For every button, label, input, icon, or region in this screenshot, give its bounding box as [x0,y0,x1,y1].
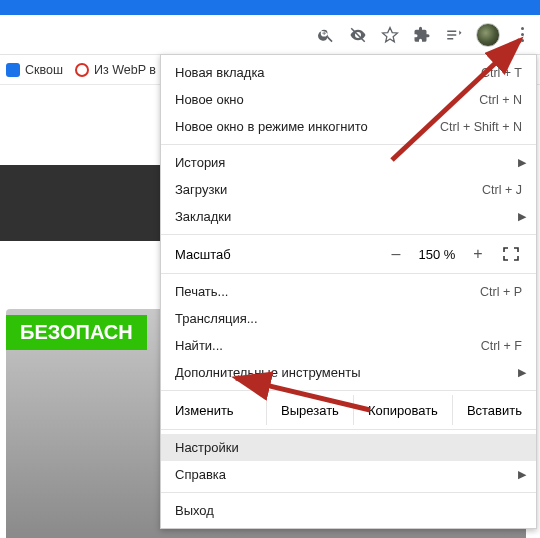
menu-divider [161,234,536,235]
zoom-in-button[interactable]: + [464,245,492,263]
menu-shortcut: Ctrl + P [480,285,522,299]
zoom-value: 150 % [410,247,464,262]
bookmark-favicon [75,63,89,77]
menu-shortcut: Ctrl + J [482,183,522,197]
menu-label: Масштаб [175,247,382,262]
menu-more-tools[interactable]: Дополнительные инструменты ▶ [161,359,536,386]
menu-zoom: Масштаб – 150 % + [161,239,536,269]
extensions-icon[interactable] [412,25,432,45]
menu-label: Найти... [175,338,481,353]
menu-label: Печать... [175,284,480,299]
bookmark-item-webp[interactable]: Из WebP в [75,63,156,77]
star-icon[interactable] [380,25,400,45]
page-dark-block [0,165,175,241]
submenu-arrow-icon: ▶ [518,210,526,223]
edit-paste-button[interactable]: Вставить [452,395,536,425]
menu-label: Закладки [175,209,522,224]
menu-help[interactable]: Справка ▶ [161,461,536,488]
submenu-arrow-icon: ▶ [518,366,526,379]
menu-new-window[interactable]: Новое окно Ctrl + N [161,86,536,113]
window-titlebar [0,0,540,15]
submenu-arrow-icon: ▶ [518,156,526,169]
menu-divider [161,390,536,391]
menu-find[interactable]: Найти... Ctrl + F [161,332,536,359]
menu-label: История [175,155,522,170]
edit-copy-button[interactable]: Копировать [353,395,452,425]
menu-divider [161,144,536,145]
fullscreen-icon[interactable] [500,246,522,262]
zoom-out-button[interactable]: – [382,245,410,263]
menu-bookmarks[interactable]: Закладки ▶ [161,203,536,230]
menu-label: Настройки [175,440,522,455]
menu-cast[interactable]: Трансляция... [161,305,536,332]
menu-exit[interactable]: Выход [161,497,536,524]
eye-off-icon[interactable] [348,25,368,45]
bookmark-label: Из WebP в [94,63,156,77]
reading-list-icon[interactable] [444,25,464,45]
menu-label: Справка [175,467,522,482]
submenu-arrow-icon: ▶ [518,468,526,481]
menu-incognito[interactable]: Новое окно в режиме инкогнито Ctrl + Shi… [161,113,536,140]
menu-label: Новое окно [175,92,479,107]
security-badge: БЕЗОПАСН [6,315,147,350]
menu-shortcut: Ctrl + Shift + N [440,120,522,134]
menu-label: Изменить [175,403,266,418]
menu-edit-row: Изменить Вырезать Копировать Вставить [161,395,536,425]
menu-label: Дополнительные инструменты [175,365,522,380]
menu-label: Трансляция... [175,311,522,326]
edit-cut-button[interactable]: Вырезать [266,395,353,425]
menu-shortcut: Ctrl + F [481,339,522,353]
zoom-indicator-icon[interactable] [316,25,336,45]
browser-toolbar [0,15,540,55]
menu-shortcut: Ctrl + N [479,93,522,107]
menu-label: Новое окно в режиме инкогнито [175,119,440,134]
menu-label: Выход [175,503,522,518]
bookmark-label: Сквош [25,63,63,77]
bookmark-item-squash[interactable]: Сквош [6,63,63,77]
profile-avatar[interactable] [476,23,500,47]
menu-divider [161,429,536,430]
kebab-menu-icon[interactable] [512,25,532,45]
menu-divider [161,492,536,493]
menu-label: Загрузки [175,182,482,197]
menu-history[interactable]: История ▶ [161,149,536,176]
menu-new-tab[interactable]: Новая вкладка Ctrl + T [161,59,536,86]
menu-settings[interactable]: Настройки [161,434,536,461]
menu-print[interactable]: Печать... Ctrl + P [161,278,536,305]
menu-downloads[interactable]: Загрузки Ctrl + J [161,176,536,203]
bookmark-favicon [6,63,20,77]
menu-divider [161,273,536,274]
menu-label: Новая вкладка [175,65,481,80]
menu-shortcut: Ctrl + T [481,66,522,80]
chrome-main-menu: Новая вкладка Ctrl + T Новое окно Ctrl +… [160,54,537,529]
